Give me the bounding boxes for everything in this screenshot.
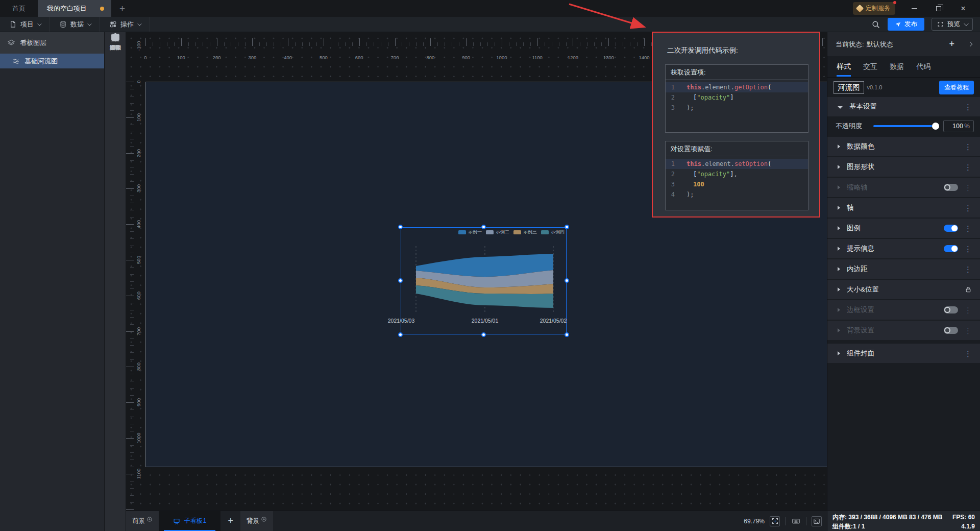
resize-handle-s[interactable] xyxy=(481,332,486,337)
inspector-tab[interactable]: 数据 xyxy=(890,57,904,77)
inspector-section[interactable]: 大小&位置 ⋮ xyxy=(827,280,980,299)
bottom-bar: 前景 子看板1 + 背景 69.79% xyxy=(126,511,827,531)
inspector-section[interactable]: 边框设置 ⋮ xyxy=(827,300,980,320)
close-button[interactable]: × xyxy=(958,3,969,14)
tab-project[interactable]: 我的空白项目 xyxy=(38,0,111,17)
code-box-header: 获取设置项: xyxy=(666,65,808,80)
toggle-switch[interactable] xyxy=(944,184,958,191)
tutorial-button[interactable]: 查看教程 xyxy=(939,81,974,94)
preview-button[interactable]: 预览 xyxy=(932,18,973,31)
legend-swatch xyxy=(513,230,521,234)
river-chart-component[interactable]: 示例一 示例二 示例三 示例四 2021/05/012021 xyxy=(401,227,567,334)
layer-item[interactable]: 基础河流图 xyxy=(0,54,104,68)
inspector-section[interactable]: 内边距 ⋮ xyxy=(827,259,980,279)
restore-button[interactable] xyxy=(933,3,944,14)
inspector-tab[interactable]: 样式 xyxy=(837,57,851,77)
chevron-right-icon[interactable] xyxy=(968,42,973,47)
code-lines: 1this.element.setOption(2["opacity"],310… xyxy=(666,156,808,200)
kebab-menu-icon[interactable]: ⋮ xyxy=(964,225,972,232)
menu-item[interactable]: 数据 xyxy=(50,17,100,32)
resize-handle-se[interactable] xyxy=(565,332,569,337)
chevron-down-icon xyxy=(137,21,141,26)
toggle-switch[interactable] xyxy=(944,225,958,232)
component-name-field[interactable]: 河流图 xyxy=(834,81,864,94)
custom-service-badge[interactable]: 定制服务 xyxy=(853,2,895,15)
zoom-level[interactable]: 69.79% xyxy=(744,518,765,525)
resize-handle-n[interactable] xyxy=(481,225,486,229)
circle-plus-icon[interactable] xyxy=(146,516,153,522)
menu-item[interactable]: 项目 xyxy=(0,17,50,32)
ruler-number: 200 xyxy=(136,149,141,157)
inspector-section[interactable]: 组件封面 ⋮ xyxy=(827,344,980,363)
code-example-popup: 二次开发调用代码示例: 获取设置项: 1this.element.getOpti… xyxy=(652,32,820,218)
resize-handle-e[interactable] xyxy=(565,278,569,283)
resize-handle-nw[interactable] xyxy=(398,225,403,229)
component-name-row: 河流图 v0.1.0 查看教程 xyxy=(827,78,980,97)
background-button[interactable]: 背景 xyxy=(240,511,273,531)
inspector-section[interactable]: 提示信息 ⋮ xyxy=(827,239,980,258)
opacity-input[interactable]: 100 % xyxy=(943,120,974,132)
console-terminal-icon[interactable] xyxy=(812,516,822,526)
legend-swatch xyxy=(486,230,494,234)
toolbox-item[interactable]: 本地 xyxy=(105,32,126,58)
lock-icon[interactable] xyxy=(965,286,972,293)
kebab-menu-icon[interactable]: ⋮ xyxy=(964,204,972,212)
resize-handle-w[interactable] xyxy=(398,278,403,283)
kebab-menu-icon[interactable]: ⋮ xyxy=(964,143,972,151)
kebab-menu-icon[interactable]: ⋮ xyxy=(964,184,972,191)
inspector-section[interactable]: 背景设置 ⋮ xyxy=(827,321,980,340)
code-line: 1this.element.setOption( xyxy=(666,159,808,169)
section-label: 图例 xyxy=(847,224,861,233)
inspector-section[interactable]: 缩略轴 ⋮ xyxy=(827,178,980,197)
add-state-button[interactable]: + xyxy=(949,39,966,50)
kebab-menu-icon[interactable]: ⋮ xyxy=(964,327,972,334)
shortcuts-keyboard-icon[interactable] xyxy=(791,516,801,526)
kebab-menu-icon[interactable]: ⋮ xyxy=(964,350,972,357)
kebab-menu-icon[interactable]: ⋮ xyxy=(964,245,972,253)
inspector-sections: 数据颜色 ⋮ 图形形状 ⋮ 缩略轴 xyxy=(827,137,980,364)
ruler-number: 700 xyxy=(136,327,141,335)
inspector-tab[interactable]: 代码 xyxy=(916,57,930,77)
section-label: 基本设置 xyxy=(849,102,877,111)
stream-chart-icon xyxy=(12,57,20,65)
ruler-number: 900 xyxy=(462,55,470,60)
section-label: 边框设置 xyxy=(847,305,874,315)
toolbox: 图表 文本 媒体 控件 地图 3D xyxy=(105,32,126,531)
inspector-section[interactable]: 图形形状 ⋮ xyxy=(827,157,980,177)
toggle-switch[interactable] xyxy=(944,327,958,334)
inspector-section[interactable]: 图例 ⋮ xyxy=(827,219,980,238)
toggle-switch[interactable] xyxy=(944,306,958,313)
section-label: 轴 xyxy=(847,203,854,212)
opacity-value: 100 xyxy=(952,123,963,130)
menu-item[interactable]: 操作 xyxy=(100,17,150,32)
resize-handle-ne[interactable] xyxy=(565,225,569,229)
inspector-tab[interactable]: 交互 xyxy=(863,57,877,77)
new-tab-button[interactable]: + xyxy=(111,0,133,17)
toggle-switch[interactable] xyxy=(944,245,958,252)
menu-item-label: 数据 xyxy=(70,20,84,29)
add-subboard-button[interactable]: + xyxy=(220,511,240,531)
publish-button[interactable]: 发布 xyxy=(888,18,924,31)
circle-plus-icon[interactable] xyxy=(261,516,267,522)
x-axis-labels: 2021/05/012021/05/022021/05/03 xyxy=(401,318,566,325)
inspector-section[interactable]: 轴 ⋮ xyxy=(827,198,980,218)
foreground-button[interactable]: 前景 xyxy=(126,511,159,531)
slider-knob[interactable] xyxy=(932,123,939,130)
tab-home[interactable]: 首页 xyxy=(0,0,38,17)
minimize-icon xyxy=(912,8,917,9)
ruler-number: 400 xyxy=(284,55,292,60)
minimize-button[interactable] xyxy=(909,3,920,14)
resize-handle-sw[interactable] xyxy=(398,332,403,337)
kebab-menu-icon[interactable]: ⋮ xyxy=(964,266,972,273)
kebab-menu-icon[interactable]: ⋮ xyxy=(964,103,972,111)
subboard-tab[interactable]: 子看板1 xyxy=(159,511,220,531)
inspector-section[interactable]: 数据颜色 ⋮ xyxy=(827,137,980,156)
kebab-menu-icon[interactable]: ⋮ xyxy=(964,306,972,314)
opacity-slider[interactable] xyxy=(873,125,936,127)
section-basic-settings[interactable]: 基本设置 ⋮ xyxy=(827,97,980,116)
kebab-menu-icon[interactable]: ⋮ xyxy=(964,163,972,171)
notification-dot xyxy=(893,1,896,4)
publish-label: 发布 xyxy=(904,20,917,29)
search-icon[interactable] xyxy=(871,20,880,29)
fit-screen-icon[interactable] xyxy=(770,516,780,526)
